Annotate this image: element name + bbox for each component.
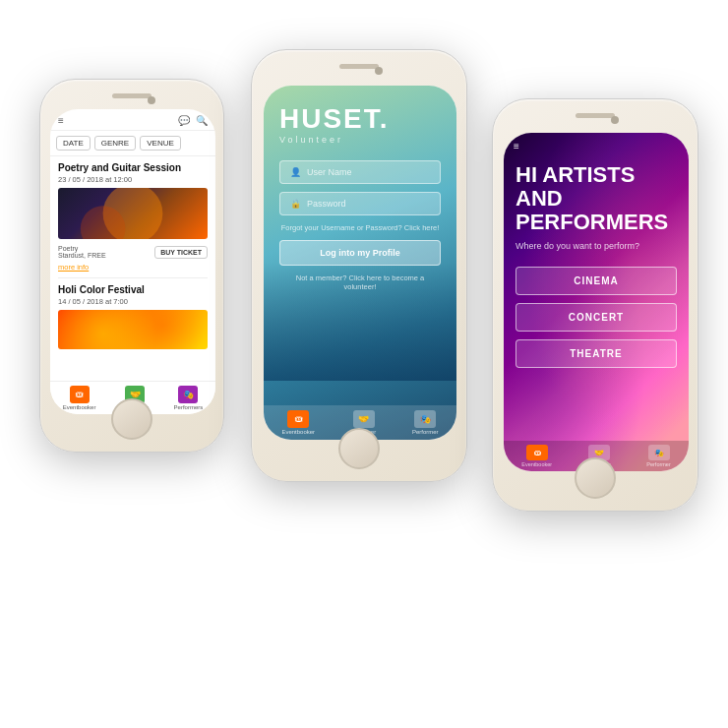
phone-1-screen: ≡ 💬 🔍 DATE GENRE VENUE Poetry and Guitar… (50, 109, 215, 414)
concert-button[interactable]: CONCERT (516, 303, 677, 332)
p2-nav-eventbooker[interactable]: 🎟 Eventbooker (281, 410, 315, 435)
eventbooker-icon: 🎟 (70, 386, 90, 403)
p3-header: ≡ (504, 133, 689, 155)
password-field[interactable]: 🔒 Password (279, 192, 441, 215)
p1-bottom-nav: 🎟 Eventbooker 🤝 Volunteers 🎭 Performers (50, 381, 215, 414)
event1-date: 23 / 05 / 2018 at 12:00 (58, 175, 208, 184)
event2-date: 14 / 05 / 2018 at 7:00 (58, 297, 208, 306)
buy-ticket-button[interactable]: BUY TICKET (154, 246, 208, 259)
p3-nav-eventbooker[interactable]: 🎟 Eventbooker (521, 445, 552, 467)
p3-performer-label: Performer (646, 461, 670, 467)
theatre-button[interactable]: THEATRE (516, 339, 677, 368)
phone-3-screen: ≡ HI ARTISTSANDPERFORMERS Where do you w… (504, 133, 689, 471)
camera-dot-2 (375, 67, 383, 75)
phone-3: ≡ HI ARTISTSANDPERFORMERS Where do you w… (492, 98, 698, 512)
p3-eventbooker-icon: 🎟 (526, 445, 548, 460)
phone-2: HUSET. Volunteer 👤 User Name 🔒 Password … (251, 49, 467, 482)
p2-logo-area: HUSET. Volunteer (264, 86, 456, 152)
menu-icon[interactable]: ≡ (58, 115, 64, 126)
username-field[interactable]: 👤 User Name (279, 160, 441, 184)
p3-menu-icon[interactable]: ≡ (514, 141, 519, 152)
performers-sub: Where do you want to perform? (516, 241, 677, 251)
p2-volunteer-label: Volunteer (351, 429, 376, 435)
performers-heading: HI ARTISTSANDPERFORMERS (516, 163, 677, 235)
date-filter-button[interactable]: DATE (56, 136, 91, 151)
p2-performer-icon: 🎭 (414, 410, 436, 428)
phone-1: ≡ 💬 🔍 DATE GENRE VENUE Poetry and Guitar… (39, 79, 224, 453)
performers-icon: 🎭 (178, 386, 198, 403)
username-placeholder: User Name (307, 167, 352, 177)
lock-icon: 🔒 (290, 199, 301, 209)
huset-logo: HUSET. (279, 105, 441, 133)
event1-image (58, 188, 208, 239)
more-info-link[interactable]: more info (58, 263, 208, 272)
search-icon[interactable]: 🔍 (196, 115, 208, 126)
p3-nav-volunteer[interactable]: 🤝 Volunteer (588, 445, 611, 467)
forgot-text[interactable]: Forgot your Username or Password? Click … (279, 223, 441, 232)
p2-form: 👤 User Name 🔒 Password Forgot your Usern… (264, 152, 456, 405)
event2-image (58, 310, 208, 349)
p2-eventbooker-icon: 🎟 (287, 410, 309, 428)
genre-filter-button[interactable]: GENRE (94, 136, 136, 151)
p2-volunteer-icon: 🤝 (353, 410, 375, 428)
performers-label: Performers (174, 404, 204, 410)
cinema-button[interactable]: CINEMA (516, 267, 677, 295)
p2-bottom-nav: 🎟 Eventbooker 🤝 Volunteer 🎭 Performer (264, 405, 456, 440)
venue-filter-button[interactable]: VENUE (140, 136, 181, 151)
p3-content: HI ARTISTSANDPERFORMERS Where do you wan… (504, 155, 689, 441)
eventbooker-label: Eventbooker (63, 404, 96, 410)
event1-venue: Stardust, FREE (58, 252, 106, 259)
chat-icon[interactable]: 💬 (178, 115, 190, 126)
divider (58, 277, 208, 278)
volunteer-subtitle: Volunteer (279, 135, 441, 145)
volunteers-label: Volunteers (121, 404, 149, 410)
p2-nav-volunteer[interactable]: 🤝 Volunteer (351, 410, 376, 435)
p3-volunteer-icon: 🤝 (588, 445, 610, 460)
event1-title: Poetry and Guitar Session (58, 162, 208, 173)
p2-performer-label: Performer (412, 429, 439, 435)
p1-toolbar: ≡ 💬 🔍 (50, 109, 215, 131)
p3-bottom-nav: 🎟 Eventbooker 🤝 Volunteer 🎭 Performer (504, 441, 689, 471)
p3-volunteer-label: Volunteer (588, 461, 611, 467)
event2-title: Holi Color Festival (58, 284, 208, 295)
phone-2-screen: HUSET. Volunteer 👤 User Name 🔒 Password … (264, 86, 456, 440)
scene: ≡ 💬 🔍 DATE GENRE VENUE Poetry and Guitar… (20, 20, 708, 708)
nav-eventbooker[interactable]: 🎟 Eventbooker (63, 386, 96, 410)
p1-filter-bar: DATE GENRE VENUE (50, 131, 215, 156)
p3-eventbooker-label: Eventbooker (521, 461, 552, 467)
password-placeholder: Password (307, 199, 346, 209)
camera-dot (148, 96, 155, 104)
user-icon: 👤 (290, 167, 301, 177)
event1-meta: Poetry Stardust, FREE BUY TICKET (58, 245, 208, 259)
nav-performers[interactable]: 🎭 Performers (174, 386, 204, 410)
event1-category: Poetry (58, 245, 106, 252)
nav-volunteers[interactable]: 🤝 Volunteers (121, 386, 149, 410)
p3-performer-icon: 🎭 (648, 445, 670, 460)
p3-nav-performer[interactable]: 🎭 Performer (646, 445, 670, 467)
camera-dot-3 (611, 116, 619, 124)
login-button[interactable]: Log into my Profile (279, 240, 441, 266)
p2-eventbooker-label: Eventbooker (281, 429, 315, 435)
p1-content: Poetry and Guitar Session 23 / 05 / 2018… (50, 156, 215, 381)
p2-nav-performer[interactable]: 🎭 Performer (412, 410, 439, 435)
register-text[interactable]: Not a member? Click here to become a vol… (279, 273, 441, 291)
volunteers-icon: 🤝 (125, 386, 145, 403)
